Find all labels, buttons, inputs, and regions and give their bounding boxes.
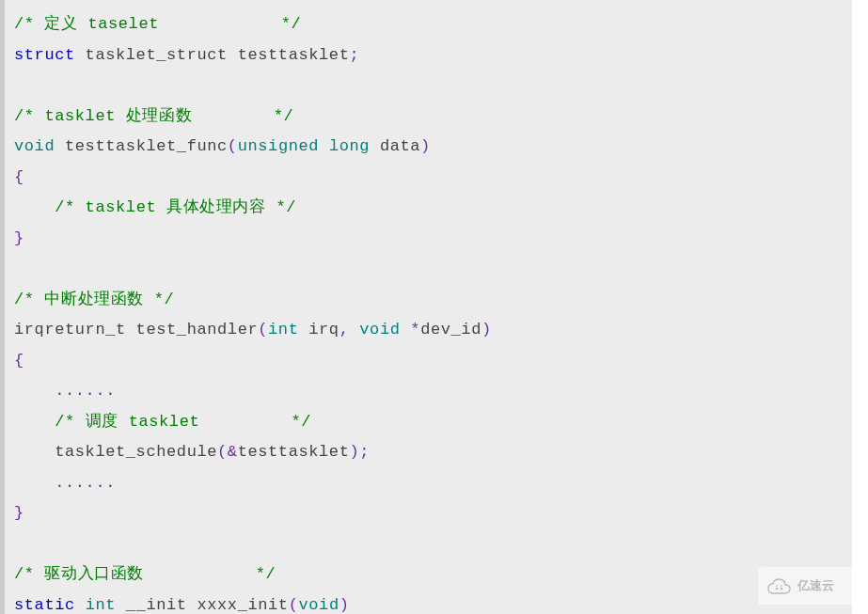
code-line: /* tasklet 处理函数 */ [14,102,852,133]
code-token: dev_id [420,321,481,338]
code-token: irq [298,321,339,338]
code-token: ) [339,596,350,614]
code-line: /* 调度 tasklet */ [14,407,852,438]
code-block: /* 定义 taselet */struct tasklet_struct te… [0,0,852,614]
code-token: static [14,596,75,614]
code-token: testtasklet [238,443,350,461]
code-line: void testtasklet_func(unsigned long data… [14,132,852,163]
code-token: void [298,596,339,614]
code-token: ...... [55,382,116,400]
code-token: (& [217,443,238,461]
code-token [14,474,55,492]
code-line: { [14,163,852,194]
watermark: 亿速云 [758,567,852,605]
code-line: } [14,224,852,255]
code-token: unsigned long [238,137,370,155]
code-token: testtasklet_func [55,137,228,155]
code-token [14,76,24,94]
code-token: irqreturn_t test_handler [14,321,258,338]
code-token: data [370,137,420,155]
svg-point-1 [781,588,783,590]
code-token: /* tasklet 具体处理内容 */ [55,198,296,216]
code-line [14,254,852,285]
code-token: int [86,596,116,614]
code-line: /* 中断处理函数 */ [14,285,852,316]
code-token: tasklet_schedule [14,443,217,461]
code-token [14,198,55,216]
code-token [14,535,24,553]
code-token: ...... [55,474,116,492]
cloud-icon [765,576,792,595]
code-token: } [14,504,24,522]
code-token: tasklet_struct testtasklet [75,46,350,64]
code-line: ...... [14,468,852,499]
code-line: tasklet_schedule(&testtasklet); [14,437,852,468]
code-token: } [14,229,24,247]
code-line: static int __init xxxx_init(void) [14,590,852,615]
code-line [14,71,852,102]
code-token: ( [289,596,299,614]
code-token: void [359,321,400,338]
code-token: ; [349,46,359,64]
code-token [14,382,55,400]
code-token: int [268,321,298,338]
code-line: { [14,346,852,377]
code-token: ) [481,321,492,338]
code-line [14,529,852,560]
code-line: irqreturn_t test_handler(int irq, void *… [14,315,852,346]
code-token: ); [349,443,370,461]
code-token: /* tasklet 处理函数 */ [14,107,293,125]
code-token [401,321,411,338]
code-token: struct [14,46,75,64]
code-token: void [14,137,55,155]
code-token: ( [258,321,268,338]
code-token: /* 调度 tasklet */ [55,413,311,431]
code-line: ...... [14,376,852,407]
code-line: /* 定义 taselet */ [14,9,852,40]
code-token: ( [228,137,238,155]
code-token: __init xxxx_init [116,596,289,614]
code-lines: /* 定义 taselet */struct tasklet_struct te… [14,9,852,614]
svg-point-0 [776,588,779,590]
code-token [14,260,24,277]
watermark-text: 亿速云 [797,577,834,594]
code-token [75,596,86,614]
code-token: , [339,321,350,338]
code-line: } [14,498,852,529]
code-line: /* tasklet 具体处理内容 */ [14,193,852,224]
code-token: ) [420,137,431,155]
code-token: { [14,352,24,370]
code-token [14,413,55,431]
code-token [350,321,360,338]
code-token: /* 定义 taselet */ [14,15,301,33]
code-token: { [14,168,24,186]
code-line: struct tasklet_struct testtasklet; [14,40,852,71]
code-token: * [410,321,420,338]
code-line: /* 驱动入口函数 */ [14,559,852,590]
code-token: /* 中断处理函数 */ [14,291,174,308]
code-token: /* 驱动入口函数 */ [14,565,276,583]
